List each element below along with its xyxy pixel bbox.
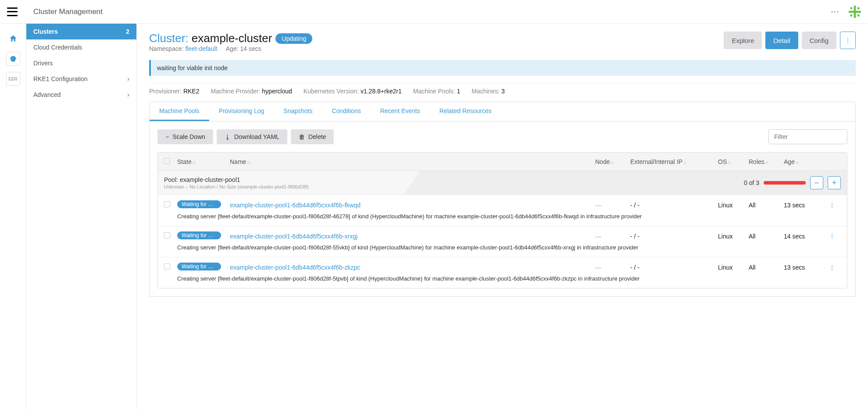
row-message: Creating server [fleet-default/example-c…: [164, 241, 841, 255]
machine-name-link[interactable]: example-cluster-pool1-6db44d6f5cxx4f6b-z…: [230, 264, 360, 271]
table-row: Waiting for No… example-cluster-pool1-6d…: [158, 195, 847, 226]
pool-scale-down-button[interactable]: −: [810, 176, 823, 189]
header-menu-icon[interactable]: ⋮: [830, 8, 840, 16]
ip-value: - / -: [630, 233, 718, 240]
row-menu-icon[interactable]: ⋮: [829, 233, 835, 240]
pool-sub: Unknown – No Location / No Size (example…: [164, 184, 309, 189]
pool-count: 0 of 3: [744, 179, 759, 186]
panel: −Scale Down ⭳Download YAML 🗑Delete State…: [149, 121, 856, 297]
tab-snapshots[interactable]: Snapshots: [274, 102, 322, 121]
sidebar: Clusters2Cloud CredentialsDriversRKE1 Co…: [26, 24, 137, 409]
filter-input[interactable]: [768, 129, 847, 144]
sidebar-item-rke1-configuration[interactable]: RKE1 Configuration›: [26, 71, 136, 87]
tab-recent-events[interactable]: Recent Events: [371, 102, 430, 121]
chevron-right-icon: ›: [127, 91, 129, 98]
table-row: Waiting for No… example-cluster-pool1-6d…: [158, 226, 847, 257]
cow-icon[interactable]: [6, 52, 20, 66]
status-badge: Updating: [275, 33, 312, 44]
svg-rect-1: [849, 11, 861, 13]
row-checkbox[interactable]: [164, 201, 170, 207]
select-all-checkbox[interactable]: [164, 158, 170, 164]
svg-rect-2: [850, 7, 853, 9]
row-menu-icon[interactable]: ⋮: [829, 264, 835, 271]
sidebar-item-cloud-credentials[interactable]: Cloud Credentials: [26, 39, 136, 55]
home-icon[interactable]: [6, 32, 20, 46]
roles-value: All: [749, 233, 784, 240]
info-banner: waiting for viable init node: [149, 60, 856, 76]
cluster-title: Cluster: example-cluster Updating: [149, 32, 312, 45]
age-value: 13 secs: [784, 264, 823, 271]
row-message: Creating server [fleet-default/example-c…: [164, 272, 841, 286]
cluster-subinfo: Namespace: fleet-default Age: 14 secs: [149, 45, 312, 52]
col-name[interactable]: Name◇: [230, 158, 595, 165]
machine-name-link[interactable]: example-cluster-pool1-6db44d6f5cxx4f6b-f…: [230, 202, 361, 209]
explore-button[interactable]: Explore: [724, 32, 762, 49]
hamburger-icon[interactable]: [7, 7, 18, 16]
sidebar-item-label: Advanced: [33, 91, 61, 98]
row-menu-icon[interactable]: ⋮: [829, 202, 835, 209]
page-title: Cluster Management: [33, 7, 103, 16]
row-message: Creating server [fleet-default/example-c…: [164, 210, 841, 224]
meta-row: Provisioner:RKE2 Machine Provider:hyperc…: [149, 83, 856, 102]
machine-name-link[interactable]: example-cluster-pool1-6db44d6f5cxx4f6b-x…: [230, 233, 357, 240]
config-button[interactable]: Config: [802, 32, 836, 49]
svg-rect-5: [857, 14, 860, 16]
roles-value: All: [749, 264, 784, 271]
sidebar-item-label: Drivers: [33, 60, 53, 67]
download-icon: ⭳: [225, 133, 231, 140]
delete-button[interactable]: 🗑Delete: [291, 129, 334, 144]
col-roles[interactable]: Roles◇: [749, 158, 784, 165]
tab-machine-pools[interactable]: Machine Pools: [150, 102, 209, 121]
top-bar: Cluster Management ⋮: [0, 0, 868, 24]
detail-button[interactable]: Detail: [765, 32, 798, 49]
roles-value: All: [749, 202, 784, 209]
scale-down-button[interactable]: −Scale Down: [157, 129, 213, 144]
node-value: —: [595, 233, 601, 240]
svg-rect-3: [857, 7, 860, 9]
sidebar-item-advanced[interactable]: Advanced›: [26, 87, 136, 103]
sidebar-item-drivers[interactable]: Drivers: [26, 55, 136, 71]
col-ip[interactable]: External/Internal IP◇: [630, 158, 718, 165]
chevron-right-icon: ›: [127, 75, 129, 82]
download-yaml-button[interactable]: ⭳Download YAML: [217, 129, 287, 144]
sidebar-item-label: Cloud Credentials: [33, 44, 82, 51]
os-value: Linux: [718, 264, 749, 271]
tab-conditions[interactable]: Conditions: [322, 102, 371, 121]
os-value: Linux: [718, 233, 749, 240]
row-checkbox[interactable]: [164, 232, 170, 238]
eer-item[interactable]: EER: [6, 72, 20, 86]
state-badge: Waiting for No…: [177, 231, 221, 239]
tabs: Machine PoolsProvisioning LogSnapshotsCo…: [149, 102, 856, 121]
col-os[interactable]: OS◇: [718, 158, 749, 165]
table-row: Waiting for No… example-cluster-pool1-6d…: [158, 257, 847, 288]
sidebar-item-count: 2: [126, 28, 129, 35]
age-value: 13 secs: [784, 202, 823, 209]
icon-rail: EER: [0, 24, 26, 409]
tab-related-resources[interactable]: Related Resources: [430, 102, 501, 121]
pool-progress-bar: [764, 181, 806, 185]
ip-value: - / -: [630, 202, 718, 209]
sidebar-item-label: RKE1 Configuration: [33, 75, 88, 82]
cluster-menu-icon[interactable]: ⋮: [840, 32, 856, 49]
state-badge: Waiting for No…: [177, 263, 221, 270]
node-value: —: [595, 202, 601, 209]
pool-name: Pool: example-cluster-pool1: [164, 176, 309, 183]
age-value: 14 secs: [784, 233, 823, 240]
tab-provisioning-log[interactable]: Provisioning Log: [209, 102, 274, 121]
os-value: Linux: [718, 202, 749, 209]
node-value: —: [595, 264, 601, 271]
logo-icon: [849, 6, 861, 18]
state-badge: Waiting for No…: [177, 200, 221, 208]
machines-table: State◇ Name◇ Node◇ External/Internal IP◇…: [157, 152, 847, 288]
namespace-link[interactable]: fleet-default: [185, 45, 217, 52]
pool-scale-up-button[interactable]: +: [828, 176, 841, 189]
col-node[interactable]: Node◇: [595, 158, 630, 165]
pool-header: Pool: example-cluster-pool1 Unknown – No…: [158, 171, 847, 195]
svg-rect-4: [850, 14, 853, 16]
col-state[interactable]: State◇: [177, 158, 230, 165]
sidebar-item-clusters[interactable]: Clusters2: [26, 24, 136, 39]
table-header: State◇ Name◇ Node◇ External/Internal IP◇…: [158, 153, 847, 171]
row-checkbox[interactable]: [164, 263, 170, 270]
col-age[interactable]: Age◇: [784, 158, 823, 165]
sidebar-item-label: Clusters: [33, 28, 58, 35]
